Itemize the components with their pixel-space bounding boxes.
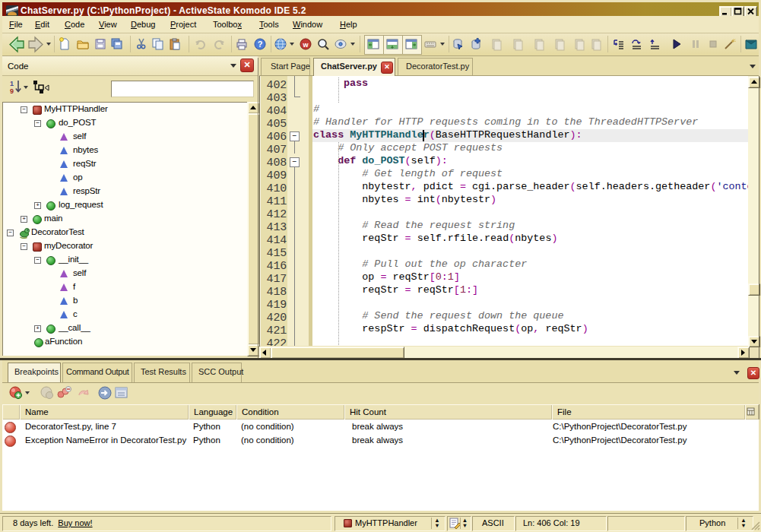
svg-text:1: 1 [10,80,14,87]
svg-text:9: 9 [10,87,14,95]
svg-text:?: ? [258,40,263,49]
svg-text:w: w [302,41,309,49]
